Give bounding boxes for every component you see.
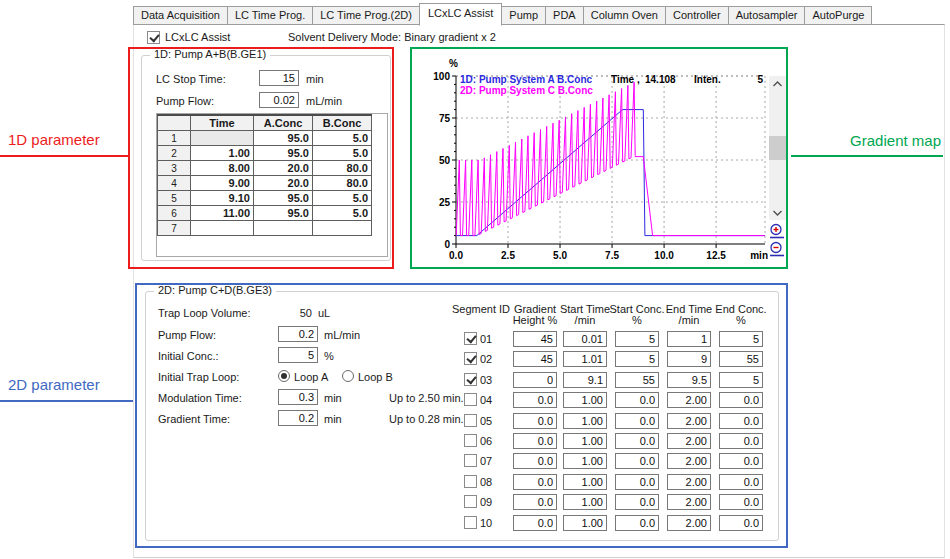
segment-01-field-1[interactable] — [563, 331, 607, 347]
segment-03-field-0[interactable] — [513, 372, 557, 388]
loop-a-radio[interactable] — [278, 370, 290, 382]
chart-scroll-up-button[interactable] — [769, 76, 786, 91]
segment-06-checkbox[interactable] — [464, 434, 477, 447]
tab-autopurge[interactable]: AutoPurge — [804, 6, 872, 25]
segment-04-field-0[interactable] — [513, 392, 557, 408]
grid-cell[interactable]: 95.0 — [254, 146, 313, 161]
pump-flow-1d-input[interactable] — [259, 92, 299, 108]
segment-01-field-4[interactable] — [719, 331, 763, 347]
segment-05-field-4[interactable] — [719, 413, 763, 429]
segment-01-field-2[interactable] — [615, 331, 659, 347]
segment-06-field-2[interactable] — [615, 433, 659, 449]
grid-cell[interactable]: 9.00 — [191, 176, 254, 191]
segment-08-field-0[interactable] — [513, 474, 557, 490]
segment-07-checkbox[interactable] — [464, 454, 477, 467]
segment-06-field-3[interactable] — [667, 433, 711, 449]
segment-07-field-1[interactable] — [563, 453, 607, 469]
grid-cell[interactable]: 20.0 — [254, 161, 313, 176]
tab-lc-time-prog-2d-[interactable]: LC Time Prog.(2D) — [312, 6, 420, 25]
grid-cell[interactable]: 95.0 — [254, 206, 313, 221]
segment-09-field-2[interactable] — [615, 494, 659, 510]
segment-09-field-1[interactable] — [563, 494, 607, 510]
segment-06-field-1[interactable] — [563, 433, 607, 449]
tab-lcxlc-assist[interactable]: LCxLC Assist — [419, 3, 502, 26]
grid-cell[interactable]: 80.0 — [313, 176, 372, 191]
segment-09-field-0[interactable] — [513, 494, 557, 510]
time-program-grid[interactable]: TimeA.ConcB.Conc195.05.021.0095.05.038.0… — [156, 113, 388, 257]
segment-03-checkbox[interactable] — [464, 373, 477, 386]
segment-10-field-4[interactable] — [719, 515, 763, 531]
pump-flow-2d-input[interactable] — [278, 326, 318, 342]
segment-03-field-1[interactable] — [563, 372, 607, 388]
grid-cell[interactable]: 95.0 — [254, 191, 313, 206]
segment-01-checkbox[interactable] — [464, 332, 477, 345]
segment-01-field-3[interactable] — [667, 331, 711, 347]
gradient-time-input[interactable] — [278, 410, 318, 426]
segment-10-checkbox[interactable] — [464, 516, 477, 529]
segment-02-field-1[interactable] — [563, 351, 607, 367]
grid-cell[interactable]: 5.0 — [313, 206, 372, 221]
grid-cell[interactable] — [254, 221, 313, 236]
grid-cell[interactable]: 8.00 — [191, 161, 254, 176]
segment-07-field-3[interactable] — [667, 453, 711, 469]
segment-10-field-2[interactable] — [615, 515, 659, 531]
segment-02-field-3[interactable] — [667, 351, 711, 367]
tab-lc-time-prog-[interactable]: LC Time Prog. — [227, 6, 313, 25]
segment-05-checkbox[interactable] — [464, 414, 477, 427]
grid-cell[interactable]: 9.10 — [191, 191, 254, 206]
segment-06-field-0[interactable] — [513, 433, 557, 449]
segment-05-field-0[interactable] — [513, 413, 557, 429]
segment-09-field-4[interactable] — [719, 494, 763, 510]
segment-03-field-2[interactable] — [615, 372, 659, 388]
segment-07-field-4[interactable] — [719, 453, 763, 469]
segment-01-field-0[interactable] — [513, 331, 557, 347]
chart-scroll-thumb[interactable] — [769, 136, 786, 160]
segment-08-checkbox[interactable] — [464, 475, 477, 488]
grid-cell[interactable]: 11.00 — [191, 206, 254, 221]
segment-03-field-3[interactable] — [667, 372, 711, 388]
tab-data-acquisition[interactable]: Data Acquisition — [133, 6, 228, 25]
lc-stop-time-input[interactable] — [259, 70, 299, 86]
loop-b-radio[interactable] — [342, 370, 354, 382]
grid-cell[interactable]: 20.0 — [254, 176, 313, 191]
segment-02-field-2[interactable] — [615, 351, 659, 367]
grid-cell[interactable] — [191, 221, 254, 236]
segment-05-field-2[interactable] — [615, 413, 659, 429]
grid-cell[interactable]: 95.0 — [254, 131, 313, 146]
segment-07-field-0[interactable] — [513, 453, 557, 469]
segment-02-field-0[interactable] — [513, 351, 557, 367]
grid-cell[interactable]: 80.0 — [313, 161, 372, 176]
tab-pump[interactable]: Pump — [501, 6, 546, 25]
modulation-time-input[interactable] — [278, 389, 318, 405]
segment-09-checkbox[interactable] — [464, 495, 477, 508]
segment-05-field-3[interactable] — [667, 413, 711, 429]
segment-06-field-4[interactable] — [719, 433, 763, 449]
tab-pda[interactable]: PDA — [545, 6, 584, 25]
segment-10-field-0[interactable] — [513, 515, 557, 531]
tab-controller[interactable]: Controller — [665, 6, 729, 25]
grid-cell[interactable]: 5.0 — [313, 146, 372, 161]
segment-08-field-1[interactable] — [563, 474, 607, 490]
tab-column-oven[interactable]: Column Oven — [583, 6, 666, 25]
segment-04-field-4[interactable] — [719, 392, 763, 408]
segment-10-field-1[interactable] — [563, 515, 607, 531]
grid-cell[interactable]: 5.0 — [313, 131, 372, 146]
zoom-in-button[interactable] — [768, 223, 786, 240]
grid-cell[interactable]: 1.00 — [191, 146, 254, 161]
segment-07-field-2[interactable] — [615, 453, 659, 469]
segment-08-field-3[interactable] — [667, 474, 711, 490]
segment-02-field-4[interactable] — [719, 351, 763, 367]
segment-04-checkbox[interactable] — [464, 393, 477, 406]
grid-cell[interactable] — [191, 131, 254, 146]
initial-conc-input[interactable] — [278, 347, 318, 363]
segment-04-field-3[interactable] — [667, 392, 711, 408]
segment-04-field-2[interactable] — [615, 392, 659, 408]
grid-cell[interactable]: 5.0 — [313, 191, 372, 206]
segment-03-field-4[interactable] — [719, 372, 763, 388]
chart-scrollbar[interactable] — [769, 76, 786, 220]
segment-04-field-1[interactable] — [563, 392, 607, 408]
segment-05-field-1[interactable] — [563, 413, 607, 429]
segment-10-field-3[interactable] — [667, 515, 711, 531]
segment-09-field-3[interactable] — [667, 494, 711, 510]
lcxlc-assist-checkbox[interactable] — [147, 31, 160, 44]
